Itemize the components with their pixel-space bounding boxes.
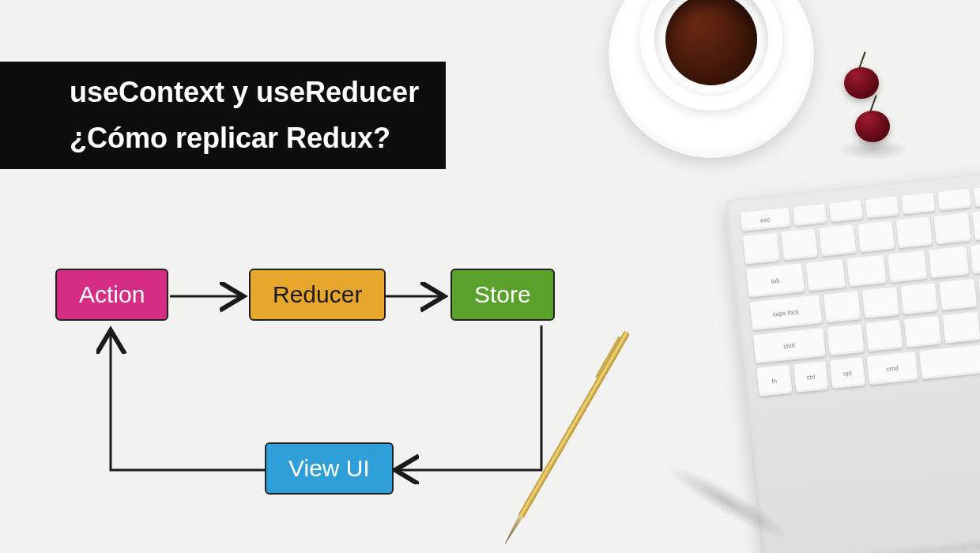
keyboard-key: ctrl (793, 361, 828, 393)
keyboard-key: tab (746, 263, 805, 297)
diagram-node-reducer: Reducer (249, 269, 386, 321)
diagram-node-label: Action (79, 281, 145, 308)
keyboard-key (805, 259, 846, 292)
diagram-node-action: Action (55, 269, 168, 321)
coffee-cup (640, 0, 782, 111)
diagram-node-view: View UI (265, 442, 394, 495)
keyboard-key (846, 255, 887, 288)
keyboard-key (937, 189, 971, 211)
keyboard-key: fn (756, 365, 792, 397)
keyboard-key: shift (753, 328, 826, 363)
keyboard-key (929, 246, 969, 279)
keyboard-key (974, 185, 980, 207)
keyboard-key (900, 283, 938, 314)
keyboard-key (743, 233, 780, 265)
diagram-node-label: View UI (288, 455, 370, 482)
keyboard-key (919, 344, 980, 380)
arrow-view-action (111, 330, 265, 470)
keyboard-key (895, 216, 933, 248)
coffee-saucer (609, 0, 814, 158)
keyboard-key: caps lock (749, 295, 822, 330)
keyboard-key (827, 324, 865, 356)
keyboard-key (970, 242, 980, 274)
keyboard-key: esc (740, 208, 790, 231)
title-banner: useContext y useReducer ¿Cómo replicar R… (0, 62, 446, 169)
keyboard-key (861, 287, 899, 318)
keyboard: esc tab caps lock shift (725, 165, 980, 553)
diagram-node-label: Store (474, 281, 531, 308)
keyboard-key (781, 228, 818, 260)
keyboard-key (865, 320, 903, 352)
cherry-icon (855, 111, 890, 142)
keyboard-key (865, 196, 899, 218)
keyboard-key: cmd (866, 352, 918, 385)
keyboard-key (819, 224, 856, 256)
diagram-node-label: Reducer (273, 281, 362, 308)
keyboard-key (972, 209, 980, 240)
coffee-liquid (665, 0, 757, 85)
keyboard-key: opt (830, 357, 865, 389)
redux-flow-diagram: Action Reducer Store View UI (40, 237, 609, 537)
keyboard-key (901, 193, 935, 215)
diagram-node-store: Store (450, 269, 555, 321)
title-line-2: ¿Cómo replicar Redux? (70, 122, 419, 155)
keyboard-key (933, 213, 971, 244)
keyboard-key (828, 200, 862, 222)
keyboard-key (858, 220, 895, 252)
keyboard-key (943, 312, 980, 344)
keyboard-key (888, 250, 928, 283)
keyboard-key (904, 316, 942, 348)
keyboard-key (939, 279, 977, 310)
title-line-1: useContext y useReducer (70, 76, 419, 109)
arrow-store-view (395, 325, 541, 470)
cherry-icon (844, 67, 879, 99)
keyboard-key (793, 204, 827, 226)
keyboard-key (823, 291, 861, 322)
